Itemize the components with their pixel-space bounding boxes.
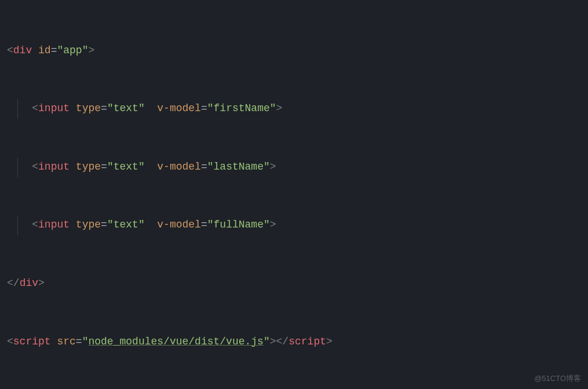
attr-name: id — [38, 45, 51, 56]
code-line[interactable]: <input type="text" v-model="lastName"> — [0, 157, 588, 177]
script-src-link[interactable]: node_modules/vue/dist/vue.js — [88, 336, 263, 347]
attr-name: v-model — [157, 102, 201, 114]
code-line[interactable]: <script src="node_modules/vue/dist/vue.j… — [0, 332, 588, 352]
watermark: @51CTO博客 — [534, 372, 581, 386]
code-line[interactable]: <div id="app"> — [0, 41, 588, 61]
tag-name: input — [38, 102, 70, 114]
code-line[interactable]: </div> — [0, 274, 588, 293]
angle-open: < — [7, 45, 13, 56]
attr-value: "app" — [57, 45, 88, 56]
code-line[interactable]: <input type="text" v-model="firstName"> — [0, 99, 588, 119]
tag-name: div — [13, 45, 32, 56]
code-line[interactable]: <input type="text" v-model="fullName"> — [0, 215, 588, 235]
attr-name: type — [76, 102, 101, 114]
attr-value: "firstName" — [207, 102, 276, 114]
code-editor[interactable]: <div id="app"> <input type="text" v-mode… — [0, 0, 588, 389]
